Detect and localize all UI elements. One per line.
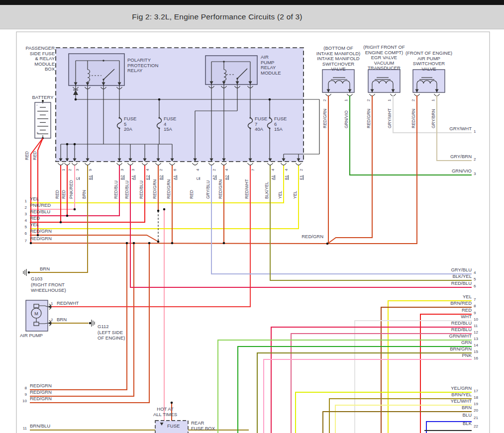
right-wire-label: BLU <box>397 413 472 418</box>
junction-dot <box>60 221 62 224</box>
right-wire-number: 12 <box>474 330 478 336</box>
pin-wire-label: PNK/RED <box>69 180 74 199</box>
title-bar: Fig 2: 3.2L, Engine Performance Circuits… <box>0 5 504 29</box>
left-wire-number: 2 <box>19 205 27 211</box>
relay-contact <box>236 78 238 80</box>
left-wire-label: RED/GRN <box>30 229 52 234</box>
right-wire-label: BRN/RED <box>397 301 472 306</box>
right-wire-label: GRN/VIO <box>397 169 472 174</box>
pin-connector-id: A1 <box>173 175 177 180</box>
wire-red_grn <box>30 243 327 244</box>
valve-pin-wire-label: GRN/VIO <box>344 110 349 128</box>
left-wire-label: RED/GRN <box>30 390 52 395</box>
junction-dot <box>158 98 161 101</box>
pin-socket-icon <box>248 163 253 165</box>
junction-dot <box>30 242 32 245</box>
right-wire-number: 14 <box>474 343 478 348</box>
pin-number: 2 <box>68 169 72 171</box>
junction-dot <box>223 242 225 245</box>
right-wire-number: 6 <box>474 284 476 289</box>
module-box-label: PASSENGER SIDE FUSE & RELAY MODULE BOX <box>25 46 55 72</box>
pin-number: 2 <box>212 169 216 171</box>
air-pump-pin1-wire: RED/WHT <box>57 301 79 306</box>
pin-connector-id: B2 <box>224 175 229 180</box>
pin-socket-icon <box>296 163 302 165</box>
polarity-relay-box <box>69 54 124 86</box>
pin-socket-icon <box>221 163 227 165</box>
fuse4-label: FUSE 4 15A <box>164 116 176 132</box>
left-wire-number: 4 <box>19 218 27 224</box>
pin-socket-icon <box>156 163 161 165</box>
fuse6-label: FUSE 6 15A <box>274 116 287 132</box>
battery-plus-sign: + <box>36 131 39 136</box>
wiring-svg-layer: M <box>0 29 504 433</box>
right-wire-label: BLK/YEL <box>397 274 472 279</box>
right-wire-number: 7 <box>474 297 476 303</box>
fuse5-label: FUSE 5 20A <box>124 116 136 132</box>
valve-pin-wire-label: GRY/WHT <box>387 108 392 128</box>
pin-connector-id: A1 <box>131 175 135 180</box>
pin-connector-id: E2 <box>145 175 150 180</box>
pin-wire-label: GRY/BLU <box>205 180 210 199</box>
pin-wire-label: YEL <box>293 191 298 199</box>
window-top-strip <box>0 0 504 5</box>
pin-number: 7 <box>251 169 255 171</box>
pin-wire-label: RED/BLU <box>124 180 129 199</box>
right-wire-label: YEL/WHT <box>397 399 472 404</box>
pin-wire-label: RED/GRN <box>218 179 223 199</box>
pin-connector-id: B1 <box>284 175 289 180</box>
pin-wire-label: RED/GRN <box>166 179 171 199</box>
pin-connector-id: E1 <box>299 175 303 180</box>
right-wire-label: WHT <box>397 314 472 320</box>
junction-dot <box>171 242 174 245</box>
pin-socket-icon <box>65 163 70 165</box>
junction-dot <box>163 208 166 211</box>
junction-dot <box>157 210 160 212</box>
right-wire-number: 10 <box>474 317 478 323</box>
right-wire-label: YEL <box>397 294 472 300</box>
air-pump-label: AIR PUMP <box>20 333 43 339</box>
battery-wire-label: RED <box>32 151 37 160</box>
junction-dot <box>269 98 271 101</box>
figure-title: Fig 2: 3.2L, Engine Performance Circuits… <box>132 12 302 21</box>
pin-connector-id: B2 <box>159 175 163 180</box>
motor-letter: M <box>34 311 38 316</box>
junction-dot <box>157 241 160 243</box>
pin-socket-icon <box>209 163 214 165</box>
left-wire-number: 6 <box>19 231 27 237</box>
left-wire-number: 11 <box>19 426 27 432</box>
pin-socket-icon <box>58 163 64 165</box>
g112-id: G112 <box>98 324 109 330</box>
right-wire-number: 3 <box>474 172 476 177</box>
right-wire-label: YEL/GRN <box>397 386 472 391</box>
pin-socket-icon <box>85 163 91 165</box>
junction-dot <box>66 143 69 146</box>
right-wire-label: BRN/YEL <box>397 392 472 398</box>
pin-socket-icon <box>170 163 175 165</box>
battery-wire-label: RED <box>24 151 29 160</box>
pin-number: 4 <box>145 169 150 171</box>
left-wire-number: 9 <box>19 392 27 398</box>
ground-dot <box>89 322 91 324</box>
air-pump-relay-box <box>205 56 257 85</box>
right-wire-number: 8 <box>474 304 476 309</box>
fuse-end <box>158 117 160 118</box>
fuse-end <box>249 117 251 118</box>
pin-socket-icon <box>193 163 198 165</box>
right-wire-label: RED <box>397 308 472 313</box>
left-wire-number: 5 <box>19 225 27 230</box>
junction-dot <box>66 215 69 217</box>
g112-location: (LEFT SIDE OF ENGINE) <box>98 330 125 341</box>
pin-number: 4 <box>284 169 289 171</box>
pin-wire-label: BLK/YEL <box>264 182 269 199</box>
right-wire-number: 16 <box>474 356 478 361</box>
pin-socket-icon <box>281 163 287 165</box>
left-wire-label: YEL <box>30 196 39 202</box>
left-wire-number: 7 <box>19 239 27 244</box>
wire-blk_yel <box>270 165 472 280</box>
right-wire-label: BRN/GRN <box>397 346 472 352</box>
wire-grn_vio <box>350 95 472 175</box>
right-wire-label: RED/BLU <box>397 281 472 286</box>
valve-pin-wire-label: GRY/BRN <box>431 109 436 128</box>
relay2-label: AIR PUMP RELAY MODULE <box>261 55 281 76</box>
